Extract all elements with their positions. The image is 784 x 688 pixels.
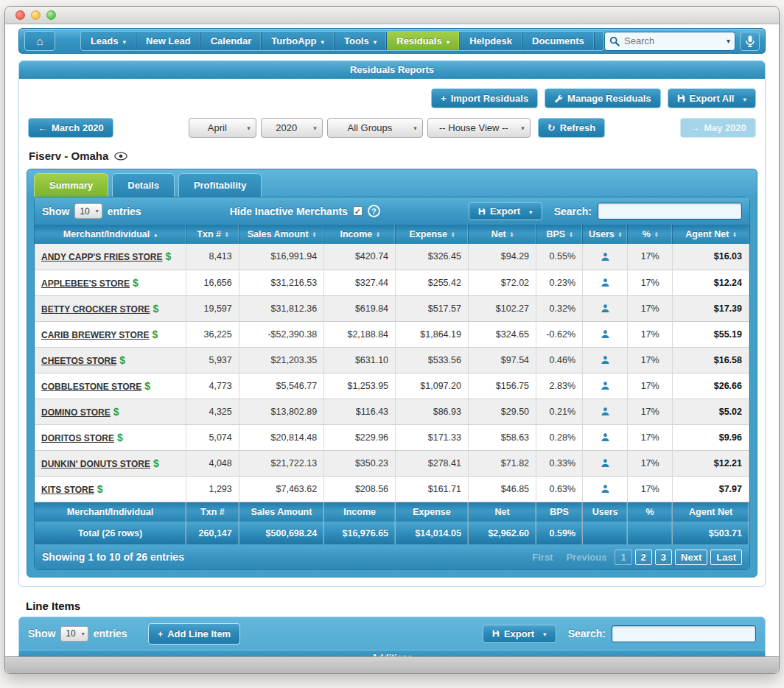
dollar-icon[interactable]: $: [117, 432, 123, 443]
column-header-users[interactable]: Users▴▾: [583, 225, 628, 244]
column-header-agent-net[interactable]: Agent Net▴▾: [673, 225, 749, 244]
dollar-icon[interactable]: $: [133, 277, 139, 289]
expense-cell: $161.71: [396, 476, 469, 502]
line-items-toolbar: Show 10 ▾ entries + Add Line Item Export…: [19, 617, 765, 650]
user-icon[interactable]: [601, 355, 610, 365]
menu-item-residuals[interactable]: Residuals▾: [387, 32, 460, 50]
dollar-icon[interactable]: $: [97, 483, 103, 495]
user-icon[interactable]: [601, 432, 610, 442]
user-icon[interactable]: [601, 407, 610, 416]
menu-item-turboapp[interactable]: TurboApp▾: [262, 32, 335, 50]
column-header-expense[interactable]: Expense▴▾: [396, 225, 469, 244]
prev-month-label: March 2020: [52, 122, 104, 133]
merchant-link[interactable]: DORITOS STORE: [41, 433, 114, 443]
add-line-item-button[interactable]: + Add Line Item: [148, 623, 241, 645]
merchant-link[interactable]: DOMINO STORE: [41, 407, 111, 418]
search-dropdown-caret-icon[interactable]: ▾: [727, 37, 730, 45]
dollar-icon[interactable]: $: [153, 303, 159, 315]
table-search-input[interactable]: [598, 203, 742, 220]
page-size-select[interactable]: 10 ▾: [74, 203, 102, 219]
menu-item-tools[interactable]: Tools▾: [335, 32, 387, 50]
year-select[interactable]: 2020 ▾: [261, 118, 323, 138]
zoom-window-icon[interactable]: [46, 10, 56, 20]
user-icon[interactable]: [601, 303, 610, 313]
tab-details[interactable]: Details: [112, 173, 175, 197]
merchant-link[interactable]: ANDY CAPP'S FRIES STORE: [41, 252, 162, 262]
export-all-button[interactable]: Export All ▾: [668, 88, 756, 108]
line-items-search-input[interactable]: [612, 625, 756, 642]
group-select[interactable]: All Groups ▾: [327, 118, 423, 138]
merchant-link[interactable]: BETTY CROCKER STORE: [41, 304, 150, 315]
month-select[interactable]: April ▾: [189, 118, 256, 138]
next-month-button[interactable]: → May 2020: [680, 118, 756, 138]
hide-inactive-checkbox[interactable]: ✓: [353, 206, 363, 216]
bps-cell: 0.21%: [536, 399, 583, 424]
merchant-link[interactable]: CHEETOS STORE: [41, 356, 116, 366]
close-window-icon[interactable]: [15, 10, 25, 20]
menu-item-manage[interactable]: Manage▾: [595, 32, 604, 50]
refresh-button[interactable]: ↻ Refresh: [538, 118, 605, 138]
global-search[interactable]: ▾: [604, 32, 735, 51]
user-icon[interactable]: [601, 458, 610, 468]
li-page-size-select[interactable]: 10 ▾: [60, 626, 88, 642]
menu-item-helpdesk[interactable]: Helpdesk: [460, 32, 522, 50]
page-button-2[interactable]: 2: [635, 550, 652, 565]
net-cell: $71.82: [468, 450, 536, 476]
column-header-bps[interactable]: BPS▴▾: [536, 225, 583, 244]
column-header-txn-#[interactable]: Txn #▴▾: [186, 225, 239, 244]
user-icon[interactable]: [601, 252, 610, 261]
merchant-link[interactable]: KITS STORE: [41, 485, 94, 495]
minimize-window-icon[interactable]: [31, 10, 41, 20]
user-icon[interactable]: [601, 278, 610, 287]
dollar-icon[interactable]: $: [153, 457, 159, 469]
tab-summary[interactable]: Summary: [34, 173, 108, 197]
income-cell: $2,188.84: [324, 321, 396, 347]
users-cell: [583, 424, 628, 450]
line-items-export-button[interactable]: Export ▾: [483, 625, 556, 643]
tab-profitability[interactable]: Profitability: [178, 173, 262, 197]
page-button-last[interactable]: Last: [710, 550, 742, 565]
column-header-label: Merchant/Individual: [63, 229, 150, 239]
page-button-1[interactable]: 1: [615, 550, 631, 565]
menu-item-documents[interactable]: Documents: [522, 32, 595, 50]
page-button-3[interactable]: 3: [655, 550, 672, 565]
view-select[interactable]: -- House View -- ▾: [427, 118, 531, 138]
table-export-button[interactable]: Export ▾: [469, 202, 542, 220]
voice-search-button[interactable]: [740, 32, 760, 51]
dollar-icon[interactable]: $: [144, 380, 150, 392]
dollar-icon[interactable]: $: [113, 406, 119, 418]
help-question-icon[interactable]: ?: [368, 205, 380, 217]
column-header-merchant-individual[interactable]: Merchant/Individual▴: [35, 225, 186, 244]
page-button-next[interactable]: Next: [675, 550, 707, 565]
prev-month-button[interactable]: ← March 2020: [28, 118, 113, 138]
dollar-icon[interactable]: $: [119, 354, 125, 366]
menu-item-calendar[interactable]: Calendar: [201, 32, 262, 50]
merchant-link[interactable]: APPLEBEE'S STORE: [41, 278, 130, 289]
sales-cell: $21,722.13: [239, 450, 323, 476]
manage-residuals-button[interactable]: Manage Residuals: [545, 88, 660, 108]
menu-item-leads[interactable]: Leads▾: [81, 32, 136, 50]
eye-icon[interactable]: [114, 152, 127, 161]
page-button-previous: Previous: [561, 550, 612, 564]
column-header-income[interactable]: Income▴▾: [324, 225, 396, 244]
global-search-input[interactable]: [624, 35, 727, 46]
column-header-%[interactable]: %▴▾: [628, 225, 673, 244]
dollar-icon[interactable]: $: [152, 329, 158, 340]
user-icon[interactable]: [601, 381, 610, 390]
income-cell: $116.43: [324, 399, 396, 424]
column-header-net[interactable]: Net▴▾: [468, 225, 536, 244]
show-label: Show: [42, 206, 69, 217]
app-content: ⌂ Leads▾New LeadCalendarTurboApp▾Tools▾R…: [5, 24, 779, 659]
merchant-link[interactable]: CARIB BREWERY STORE: [41, 330, 149, 340]
import-residuals-button[interactable]: + Import Residuals: [431, 88, 538, 108]
home-button[interactable]: ⌂: [24, 31, 55, 51]
column-header-sales-amount[interactable]: Sales Amount▴▾: [239, 225, 323, 244]
user-icon[interactable]: [601, 484, 610, 494]
dollar-icon[interactable]: $: [165, 250, 171, 262]
users-cell: [583, 399, 628, 424]
menu-item-new-lead[interactable]: New Lead: [136, 32, 201, 50]
merchant-link[interactable]: DUNKIN' DONUTS STORE: [41, 459, 150, 469]
users-cell: [583, 295, 628, 321]
user-icon[interactable]: [601, 329, 610, 339]
merchant-link[interactable]: COBBLESTONE STORE: [41, 382, 141, 392]
